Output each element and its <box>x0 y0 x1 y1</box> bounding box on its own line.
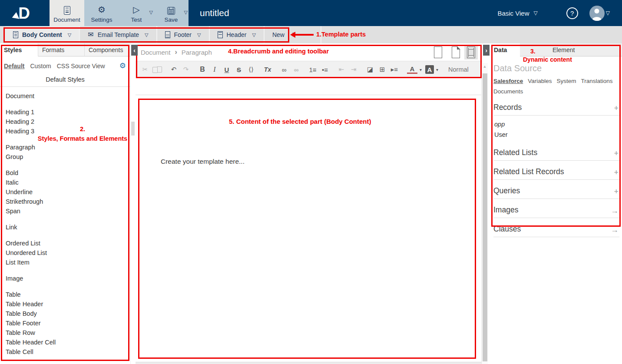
style-item[interactable]: Table Header Cell <box>6 338 130 347</box>
document-title[interactable]: untitled <box>200 8 229 18</box>
data-item[interactable]: User <box>494 129 619 140</box>
page-dogear-icon[interactable] <box>452 46 460 58</box>
outdent-icon[interactable]: ⇤ <box>336 64 347 75</box>
style-item[interactable]: Span <box>6 206 130 216</box>
collapse-left-panel-button[interactable]: ‹ <box>131 45 138 56</box>
strike-icon[interactable]: S <box>234 64 244 75</box>
style-item[interactable]: Table Body <box>6 309 130 318</box>
bold-icon[interactable]: B <box>197 64 208 75</box>
style-item[interactable]: Table Cell <box>6 347 130 357</box>
gear-icon[interactable]: ⚙ <box>119 62 126 69</box>
style-item[interactable]: Bold <box>6 168 130 178</box>
caret-down-icon[interactable]: ▽ <box>252 32 255 38</box>
save-button[interactable]: Save▽ <box>154 0 189 26</box>
undo-icon[interactable]: ↶ <box>169 64 179 75</box>
bullet-list-icon[interactable]: •≡ <box>320 64 330 75</box>
template-part-email-template[interactable]: ✉Email Template▽ <box>79 26 156 43</box>
caret-down-icon[interactable]: ▽ <box>68 32 71 38</box>
indent-icon[interactable]: ⇥ <box>348 64 359 75</box>
template-part-new[interactable]: New+ <box>264 26 303 43</box>
style-item[interactable]: Unordered List <box>6 248 130 258</box>
image-icon[interactable]: ◪ <box>365 64 375 75</box>
style-item[interactable]: Table Footer <box>6 318 130 328</box>
style-item[interactable]: Document <box>6 91 130 101</box>
caret-down-icon[interactable]: ▽ <box>149 10 153 15</box>
template-part-body-content[interactable]: Body Content▽ <box>5 26 79 43</box>
page-margins-button[interactable] <box>464 45 478 60</box>
underline-icon[interactable]: U <box>222 64 232 75</box>
section-header[interactable]: Related Lists+ <box>493 147 619 161</box>
style-item[interactable]: Table Row <box>6 328 130 338</box>
style-item[interactable]: Paragraph <box>6 142 130 152</box>
scroll-up-icon[interactable]: ▲ <box>482 63 488 70</box>
redo-icon[interactable]: ↷ <box>181 64 191 75</box>
scrollbar-thumb[interactable] <box>131 122 135 136</box>
style-item[interactable]: Image <box>6 274 130 283</box>
style-item[interactable]: Group <box>6 152 130 162</box>
tab-element[interactable]: Element <box>548 43 585 56</box>
caret-down-icon[interactable]: ▽ <box>606 10 610 16</box>
remove-format-icon[interactable]: Tx <box>262 64 273 75</box>
horizontal-scrollbar[interactable] <box>136 362 482 364</box>
source-link-variables[interactable]: Variables <box>528 77 552 86</box>
test-button[interactable]: ▷Test▽ <box>119 0 154 26</box>
plus-icon[interactable]: + <box>614 149 619 157</box>
editor-vertical-scrollbar[interactable]: ▲ <box>481 63 488 364</box>
subtab-custom[interactable]: Custom <box>30 63 51 69</box>
tab-styles[interactable]: Styles <box>0 43 38 56</box>
tab-data[interactable]: Data <box>490 43 520 56</box>
text-color-icon-wrap[interactable]: A▾ <box>406 65 422 74</box>
plus-icon[interactable]: + <box>614 104 619 112</box>
data-item[interactable]: opp <box>494 119 619 129</box>
unlink-icon[interactable]: ∞ <box>291 64 301 75</box>
plus-icon[interactable]: + <box>614 169 619 176</box>
style-item[interactable]: Underline <box>6 187 130 197</box>
ordered-list-icon[interactable]: 1≡ <box>308 64 318 75</box>
page-blank-icon[interactable] <box>434 46 442 58</box>
bg-color-icon[interactable]: A <box>425 65 434 74</box>
subtab-css-source-view[interactable]: CSS Source View <box>57 63 105 69</box>
subtab-default[interactable]: Default <box>4 63 24 69</box>
source-icon[interactable]: ⟨⟩ <box>246 64 256 75</box>
style-item[interactable]: Heading 2 <box>6 117 130 126</box>
source-link-translations[interactable]: Translations <box>581 77 613 86</box>
scrollbar-thumb[interactable] <box>483 73 487 361</box>
help-button[interactable]: ? <box>566 7 578 19</box>
italic-icon[interactable]: I <box>209 64 220 75</box>
arrow-right-icon[interactable]: → <box>611 226 619 234</box>
breadcrumb-item-paragraph[interactable]: Paragraph <box>182 49 212 56</box>
template-part-header[interactable]: Header▽ <box>209 26 264 43</box>
plus-icon[interactable]: + <box>614 188 619 195</box>
style-item[interactable]: Strikethrough <box>6 197 130 206</box>
user-avatar[interactable] <box>589 6 605 21</box>
source-link-documents[interactable]: Documents <box>493 87 523 96</box>
arrow-right-icon[interactable]: → <box>611 207 619 215</box>
link-icon[interactable]: ∞ <box>279 64 289 75</box>
breadcrumb-item-document[interactable]: Document <box>141 49 170 56</box>
collapse-right-panel-button[interactable]: › <box>483 45 490 56</box>
text-color-icon[interactable]: A <box>407 65 417 74</box>
copy-icon[interactable] <box>152 66 162 73</box>
style-item[interactable]: Ordered List <box>6 238 130 248</box>
style-item[interactable]: Heading 1 <box>6 107 130 117</box>
style-item[interactable]: Table Header <box>6 299 130 309</box>
section-header[interactable]: Queries+ <box>493 185 619 199</box>
bg-color-icon-wrap[interactable]: A▾ <box>424 65 438 74</box>
template-part-footer[interactable]: Footer▽ <box>156 26 209 43</box>
style-item[interactable]: Table <box>6 290 130 299</box>
caret-down-icon[interactable]: ▽ <box>197 32 201 38</box>
style-item[interactable]: List Item <box>6 258 130 267</box>
style-item[interactable]: Heading 3 <box>6 126 130 136</box>
editor-content-area[interactable]: Create your template here... <box>136 78 482 362</box>
left-panel-scrollbar[interactable] <box>130 43 136 364</box>
style-item[interactable]: Italic <box>6 178 130 187</box>
insert-block-icon[interactable]: ▸≡ <box>389 64 400 75</box>
source-link-system[interactable]: System <box>557 77 576 86</box>
settings-button[interactable]: ⚙Settings <box>84 0 119 26</box>
section-header[interactable]: Related List Records+ <box>493 166 619 180</box>
view-mode-selector[interactable]: Basic View ▽ <box>497 10 537 17</box>
tab-formats[interactable]: Formats <box>38 43 85 56</box>
tab-components[interactable]: Components <box>85 43 130 56</box>
section-header[interactable]: Clauses→ <box>493 224 619 237</box>
source-link-salesforce[interactable]: Salesforce <box>493 77 523 86</box>
